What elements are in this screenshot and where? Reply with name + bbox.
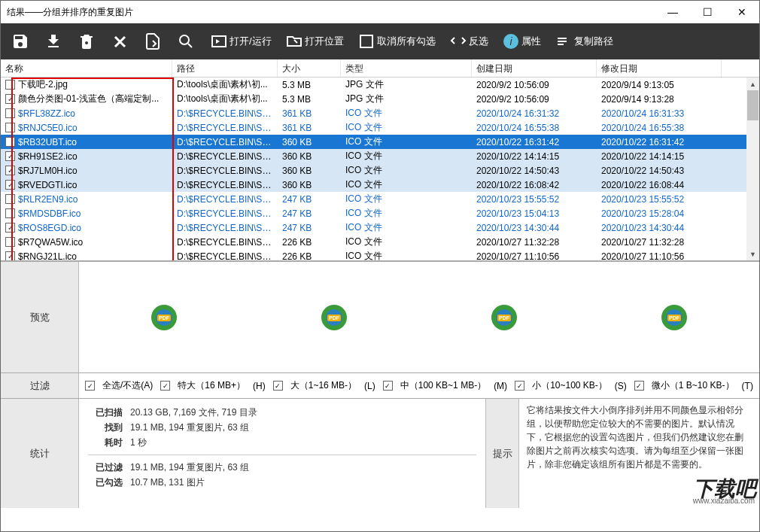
open-location-button[interactable]: 打开位置 [279,23,348,59]
file-modified: 2020/10/22 16:08:44 [597,180,722,190]
table-row[interactable]: ✓$ROS8EGD.icoD:\$RECYCLE.BIN\S-1-...247 … [1,220,759,235]
table-row[interactable]: $RFL38ZZ.icoD:\$RECYCLE.BIN\S-1-...361 K… [1,106,759,120]
filter-panel: 过滤 ✓全选/不选(A) ✓特大（16 MB+）(H) ✓大（1~16 MB-）… [1,372,759,398]
file-created: 2020/10/22 16:31:42 [472,137,597,147]
filtered-value: 19.1 MB, 194 重复图片, 63 组 [130,461,249,474]
row-checkbox[interactable]: ✓ [5,251,15,260]
table-row[interactable]: ✓$RNGJ21L.icoD:\$RECYCLE.BIN\S-1-...226 … [1,249,759,260]
file-modified: 2020/10/24 16:31:33 [597,108,722,119]
file-type: ICO 文件 [341,207,472,220]
col-type[interactable]: 类型 [341,59,472,77]
checked-value: 10.7 MB, 131 图片 [130,476,205,489]
row-checkbox[interactable] [5,208,15,218]
table-row[interactable]: $R7QWA5W.icoD:\$RECYCLE.BIN\S-1-...226 K… [1,235,759,249]
row-checkbox[interactable] [5,123,15,132]
file-type: ICO 文件 [341,135,472,148]
time-label: 耗时 [88,436,130,449]
filter-all-checkbox[interactable]: ✓ [85,381,95,391]
checked-label: 已勾选 [88,476,130,489]
scanned-value: 20.13 GB, 7,169 文件, 719 目录 [130,406,257,419]
file-type: ICO 文件 [341,236,472,248]
file-path: D:\$RECYCLE.BIN\S-1-... [172,180,278,190]
copy-path-button[interactable]: 复制路径 [549,23,618,59]
file-modified: 2020/10/27 11:10:56 [597,251,722,261]
uncheck-all-button[interactable]: 取消所有勾选 [351,23,440,59]
table-row[interactable]: $RNJC5E0.icoD:\$RECYCLE.BIN\S-1-...361 K… [1,120,759,135]
file-size: 361 KB [278,108,341,119]
search-button[interactable] [171,23,201,59]
filter-s-checkbox[interactable]: ✓ [515,381,524,391]
col-path[interactable]: 路径 [172,59,278,77]
file-size: 5.3 MB [278,80,341,90]
filter-xl-checkbox[interactable]: ✓ [160,381,170,391]
file-path: D:\$RECYCLE.BIN\S-1-... [172,108,278,119]
table-row[interactable]: $RMDSDBF.icoD:\$RECYCLE.BIN\S-1-...247 K… [1,206,759,220]
row-checkbox[interactable]: ✓ [5,180,15,190]
svg-text:PDF: PDF [499,315,510,321]
file-type: ICO 文件 [341,178,472,191]
row-checkbox[interactable] [5,80,15,90]
file-modified: 2020/10/23 15:28:04 [597,208,722,219]
vertical-scrollbar[interactable]: ▲ ▼ [746,78,759,260]
file-modified: 2020/10/22 16:31:42 [597,137,722,147]
list-header[interactable]: 名称 路径 大小 类型 创建日期 修改日期 [1,59,759,78]
filter-l-checkbox[interactable]: ✓ [273,381,283,391]
preview-body: PDF PDF PDF PDF [79,262,759,372]
file-path: D:\$RECYCLE.BIN\S-1-... [172,137,278,147]
file-modified: 2020/10/22 14:50:43 [597,166,722,176]
col-created[interactable]: 创建日期 [472,59,597,77]
file-size: 5.3 MB [278,94,341,105]
move-button[interactable] [138,23,168,59]
scroll-up-icon[interactable]: ▲ [746,78,759,90]
file-type: JPG 文件 [341,93,472,105]
table-row[interactable]: 下载吧-2.jpgD:\tools\桌面\素材\初...5.3 MBJPG 文件… [1,78,759,92]
col-modified[interactable]: 修改日期 [597,59,722,77]
table-row[interactable]: $RB32UBT.icoD:\$RECYCLE.BIN\S-1-...360 K… [1,135,759,149]
scroll-thumb[interactable] [747,90,758,120]
minimize-button[interactable]: — [655,1,690,23]
file-name: 下载吧-2.jpg [18,78,68,91]
table-row[interactable]: ✓$RVEDGTI.icoD:\$RECYCLE.BIN\S-1-...360 … [1,178,759,192]
file-modified: 2020/9/14 9:13:05 [597,80,722,90]
table-row[interactable]: ✓颜色分类图-01-浅蓝色（高端定制...D:\tools\桌面\素材\初...… [1,92,759,106]
result-list: 名称 路径 大小 类型 创建日期 修改日期 下载吧-2.jpgD:\tools\… [1,59,759,261]
file-path: D:\$RECYCLE.BIN\S-1-... [172,123,278,133]
row-checkbox[interactable]: ✓ [5,223,15,233]
file-size: 247 KB [278,194,341,205]
close-button[interactable]: ✕ [725,1,759,23]
filter-xs-checkbox[interactable]: ✓ [634,381,644,391]
download-button[interactable] [38,23,68,59]
file-modified: 2020/10/27 11:32:28 [597,237,722,248]
pdf-icon: PDF [491,304,518,331]
delete-button[interactable] [105,23,135,59]
table-row[interactable]: ✓$RJ7LM0H.icoD:\$RECYCLE.BIN\S-1-...360 … [1,163,759,178]
file-created: 2020/10/27 11:10:56 [472,251,597,261]
main-toolbar: 打开/运行 打开位置 取消所有勾选 反选 i属性 复制路径 [1,23,759,59]
col-name[interactable]: 名称 [1,59,172,77]
row-checkbox[interactable] [5,237,15,247]
invert-button[interactable]: 反选 [443,23,493,59]
scroll-down-icon[interactable]: ▼ [746,248,759,260]
file-created: 2020/9/2 10:56:09 [472,94,597,105]
row-checkbox[interactable] [5,108,15,118]
file-created: 2020/10/23 14:30:44 [472,223,597,233]
row-checkbox[interactable]: ✓ [5,151,15,161]
row-checkbox[interactable]: ✓ [5,94,15,104]
table-row[interactable]: $RLR2EN9.icoD:\$RECYCLE.BIN\S-1-...247 K… [1,192,759,206]
save-button[interactable] [5,23,35,59]
row-checkbox[interactable] [5,137,15,147]
list-body[interactable]: 下载吧-2.jpgD:\tools\桌面\素材\初...5.3 MBJPG 文件… [1,78,759,260]
filter-m-checkbox[interactable]: ✓ [383,381,393,391]
svg-rect-3 [360,35,372,47]
pdf-icon: PDF [321,304,348,331]
table-row[interactable]: ✓$RH91SE2.icoD:\$RECYCLE.BIN\S-1-...360 … [1,149,759,163]
row-checkbox[interactable]: ✓ [5,166,15,175]
file-type: ICO 文件 [341,164,472,177]
col-size[interactable]: 大小 [278,59,341,77]
recycle-button[interactable] [71,23,102,59]
properties-button[interactable]: i属性 [496,23,546,59]
row-checkbox[interactable] [5,194,15,204]
maximize-button[interactable]: ☐ [690,1,725,23]
open-run-button[interactable]: 打开/运行 [204,23,276,59]
file-name: $ROS8EGD.ico [18,223,81,233]
